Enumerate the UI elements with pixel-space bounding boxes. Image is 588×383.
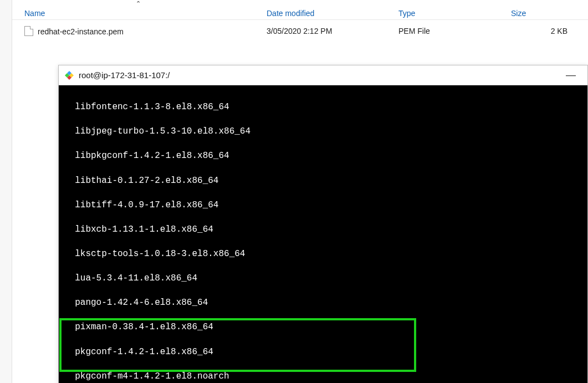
column-header-size[interactable]: Size [511, 9, 577, 18]
file-cell-type: PEM File [398, 27, 511, 35]
app-icon [64, 70, 74, 80]
terminal-body[interactable]: libfontenc-1.1.3-8.el8.x86_64 libjpeg-tu… [59, 85, 587, 383]
term-line: lksctp-tools-1.0.18-3.el8.x86_64 [64, 248, 587, 260]
term-line: pkgconf-m4-1.4.2-1.el8.noarch [64, 370, 587, 382]
sidebar-edge [0, 0, 12, 383]
minimize-button[interactable]: — [560, 69, 582, 81]
file-name-text: redhat-ec2-instance.pem [38, 27, 124, 36]
file-icon [24, 26, 33, 36]
term-line: lua-5.3.4-11.el8.x86_64 [64, 272, 587, 284]
term-line: libpkgconf-1.4.2-1.el8.x86_64 [64, 150, 587, 162]
column-header-row: Name Date modified Type Size [12, 0, 588, 20]
file-explorer: ⌃ Name Date modified Type Size redhat-ec… [12, 0, 588, 40]
file-cell-size: 2 KB [511, 27, 577, 35]
column-header-date[interactable]: Date modified [267, 9, 398, 18]
terminal-titlebar[interactable]: root@ip-172-31-81-107:/ — [59, 65, 587, 85]
terminal-window: root@ip-172-31-81-107:/ — libfontenc-1.1… [58, 65, 588, 383]
term-line: pixman-0.38.4-1.el8.x86_64 [64, 321, 587, 333]
term-line: libfontenc-1.1.3-8.el8.x86_64 [64, 101, 587, 113]
file-cell-date: 3/05/2020 2:12 PM [267, 27, 398, 35]
file-cell-name: redhat-ec2-instance.pem [12, 26, 267, 36]
term-line: libjpeg-turbo-1.5.3-10.el8.x86_64 [64, 125, 587, 137]
term-line: libxcb-1.13.1-1.el8.x86_64 [64, 223, 587, 236]
column-header-name[interactable]: Name [12, 9, 267, 18]
term-line: pango-1.42.4-6.el8.x86_64 [64, 297, 587, 309]
term-line: libtiff-4.0.9-17.el8.x86_64 [64, 199, 587, 211]
terminal-title: root@ip-172-31-81-107:/ [79, 70, 170, 80]
file-row[interactable]: redhat-ec2-instance.pem 3/05/2020 2:12 P… [12, 20, 588, 40]
term-line: pkgconf-1.4.2-1.el8.x86_64 [64, 346, 587, 358]
column-header-type[interactable]: Type [398, 9, 511, 18]
term-line: libthai-0.1.27-2.el8.x86_64 [64, 175, 587, 187]
sort-indicator-icon: ⌃ [136, 0, 141, 7]
